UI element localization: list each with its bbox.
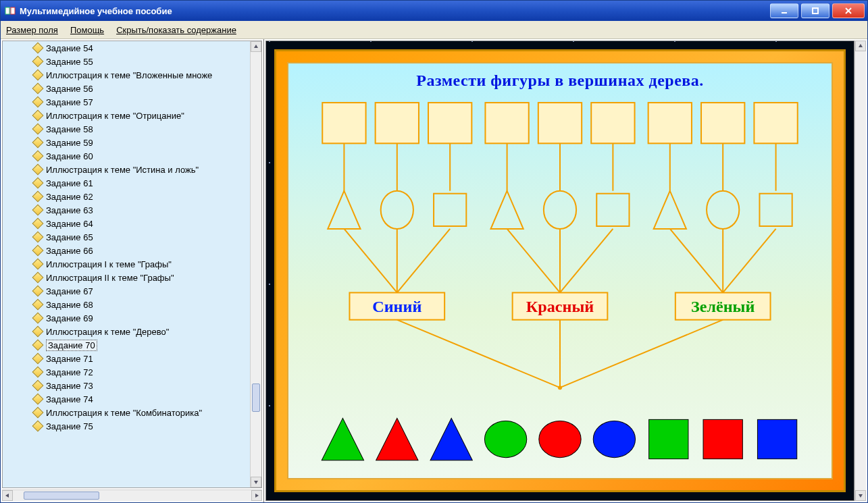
page-icon — [32, 367, 44, 378]
toc-item[interactable]: Иллюстрация I к теме "Графы" — [3, 257, 251, 271]
scroll-thumb[interactable] — [252, 383, 260, 412]
page-icon — [32, 421, 44, 432]
palette-circle[interactable] — [593, 421, 635, 457]
toc-item[interactable]: Задание 58 — [3, 122, 251, 136]
toc-item[interactable]: Задание 65 — [3, 230, 251, 244]
leaf-slot[interactable] — [701, 103, 744, 143]
app-icon — [5, 5, 16, 16]
toc-item[interactable]: Задание 63 — [3, 203, 251, 217]
palette-triangle[interactable] — [430, 418, 472, 460]
page-icon — [32, 110, 44, 122]
svg-rect-1 — [11, 7, 15, 14]
toc-item[interactable]: Задание 66 — [3, 244, 251, 257]
color-label: Зелёный — [691, 298, 755, 315]
toc-item-label: Иллюстрация II к теме "Графы" — [46, 273, 174, 283]
menu-field-size[interactable]: Размер поля — [6, 25, 58, 35]
scroll-left-arrow-icon[interactable] — [2, 490, 13, 501]
leaf-slot[interactable] — [538, 103, 582, 143]
toc-item-label: Иллюстрация к теме "Отрицание" — [46, 111, 184, 121]
svg-marker-7 — [254, 45, 258, 48]
toc-item[interactable]: Задание 71 — [3, 352, 251, 365]
page-icon — [32, 97, 44, 108]
page-icon — [32, 137, 44, 149]
toc-item[interactable]: Задание 72 — [3, 365, 251, 379]
page-icon — [32, 218, 44, 230]
page-icon — [32, 205, 44, 216]
svg-rect-0 — [5, 7, 9, 14]
toc-item[interactable]: Задание 55 — [3, 55, 251, 68]
page-icon — [32, 151, 44, 162]
leaf-slot[interactable] — [428, 103, 471, 143]
toc-item[interactable]: Иллюстрация II к теме "Графы" — [3, 271, 251, 284]
scroll-down-arrow-icon[interactable] — [251, 477, 261, 487]
minimize-button[interactable] — [770, 3, 798, 18]
toc-item[interactable]: Задание 59 — [3, 136, 251, 149]
close-button[interactable] — [832, 3, 865, 18]
toc-item[interactable]: Задание 75 — [3, 419, 251, 433]
content-vertical-scrollbar[interactable] — [854, 41, 866, 501]
task-title: Размести фигуры в вершинах дерева. — [288, 72, 832, 90]
leaf-slot[interactable] — [485, 103, 528, 143]
toc-item[interactable]: Иллюстрация к теме "Вложенные множе — [3, 68, 251, 82]
palette-square[interactable] — [703, 419, 742, 458]
hscroll-thumb[interactable] — [24, 492, 99, 500]
toc-item[interactable]: Задание 67 — [3, 284, 251, 298]
toc-item[interactable]: Задание 54 — [3, 41, 251, 55]
toc-item[interactable]: Задание 69 — [3, 311, 251, 325]
toc-item[interactable]: Задание 74 — [3, 392, 251, 406]
toc-item[interactable]: Иллюстрация к теме "Комбинаторика" — [3, 406, 251, 419]
toc-pane: Задание 54Задание 55Иллюстрация к теме "… — [1, 39, 264, 502]
scroll-right-arrow-icon[interactable] — [251, 490, 262, 501]
toc-item-label: Задание 64 — [46, 219, 93, 229]
toc-item[interactable]: Задание 56 — [3, 82, 251, 95]
leaf-slot[interactable] — [648, 103, 692, 143]
toc-item-label: Задание 68 — [46, 300, 93, 310]
node-square — [596, 194, 629, 226]
palette-triangle[interactable] — [322, 418, 363, 460]
palette-circle[interactable] — [539, 421, 581, 457]
svg-line-32 — [723, 229, 775, 292]
svg-line-24 — [507, 229, 560, 292]
task-frame: Размести фигуры в вершинах дерева. Синий… — [287, 62, 833, 479]
scroll-up-arrow-icon[interactable] — [251, 41, 261, 52]
palette-square[interactable] — [757, 419, 796, 458]
toc-item-label: Задание 66 — [46, 246, 93, 256]
page-icon — [32, 259, 44, 270]
leaf-slot[interactable] — [591, 103, 634, 143]
svg-line-20 — [397, 229, 450, 292]
page-icon — [32, 43, 44, 54]
toc-item[interactable]: Иллюстрация к теме "Истина и ложь" — [3, 163, 251, 176]
palette-triangle[interactable] — [376, 418, 418, 460]
scroll-track[interactable] — [251, 52, 261, 477]
svg-line-26 — [560, 229, 613, 292]
toc-item[interactable]: Задание 60 — [3, 149, 251, 163]
toc-item[interactable]: Иллюстрация к теме "Отрицание" — [3, 109, 251, 122]
hscroll-track[interactable] — [13, 490, 251, 501]
node-circle — [707, 191, 739, 229]
menu-toggle-toc[interactable]: Скрыть/показать содержание — [116, 25, 236, 35]
leaf-slot[interactable] — [376, 103, 419, 143]
toc-item[interactable]: Задание 61 — [3, 176, 251, 190]
toc-item-label: Задание 58 — [46, 124, 93, 134]
toc-item[interactable]: Задание 57 — [3, 95, 251, 109]
palette-square[interactable] — [649, 419, 688, 458]
toc-item[interactable]: Задание 68 — [3, 298, 251, 311]
leaf-slot[interactable] — [322, 103, 365, 143]
toc-item[interactable]: Задание 62 — [3, 190, 251, 203]
svg-rect-4 — [813, 8, 818, 14]
svg-marker-33 — [859, 44, 863, 47]
toc-item[interactable]: Иллюстрация к теме "Дерево" — [3, 325, 251, 338]
toc-item-label: Задание 69 — [46, 313, 93, 323]
toc-horizontal-scrollbar[interactable] — [2, 489, 262, 501]
content-scroll-down-icon[interactable] — [855, 490, 866, 501]
svg-marker-34 — [859, 494, 863, 498]
toc-item[interactable]: Задание 73 — [3, 379, 251, 392]
toc-vertical-scrollbar[interactable] — [250, 41, 261, 487]
leaf-slot[interactable] — [754, 103, 797, 143]
toc-item[interactable]: Задание 70 — [3, 338, 251, 352]
content-scroll-up-icon[interactable] — [855, 41, 866, 51]
palette-circle[interactable] — [484, 421, 526, 457]
maximize-button[interactable] — [801, 3, 829, 18]
menu-help[interactable]: Помощь — [70, 25, 104, 35]
toc-item[interactable]: Задание 64 — [3, 217, 251, 230]
